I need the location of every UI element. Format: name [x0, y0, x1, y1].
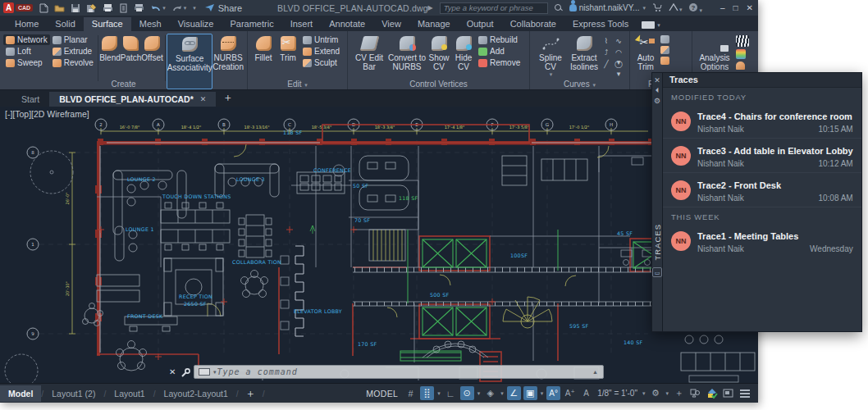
- panel-edit-label[interactable]: Edit ▾: [248, 80, 347, 89]
- open-folder-icon[interactable]: [54, 3, 65, 12]
- viewport-controls[interactable]: [-][Top][2D Wireframe]: [5, 109, 89, 119]
- project-geometry-icon[interactable]: [658, 34, 674, 44]
- revolve-button[interactable]: Revolve: [50, 57, 96, 68]
- palette-rail-label[interactable]: TRACES: [653, 224, 662, 261]
- clean-screen-button[interactable]: [721, 386, 735, 400]
- trace-list-item[interactable]: NN Trace1 - Meeting Tables Nishant NaikW…: [663, 224, 861, 257]
- annotation-scale-value[interactable]: 1/8" = 1'-0": [597, 389, 637, 398]
- annotation-visibility-toggle[interactable]: A°: [546, 386, 560, 400]
- spline-freehand-icon[interactable]: ∿: [613, 36, 624, 47]
- rebuild-cv-button[interactable]: Rebuild: [476, 34, 522, 45]
- new-layout-button[interactable]: ＋: [239, 386, 263, 401]
- tab-express-tools[interactable]: Express Tools: [564, 17, 637, 31]
- qat-overflow-icon[interactable]: ▾: [192, 5, 196, 11]
- graphics-performance-button[interactable]: [705, 386, 719, 400]
- blend-curve-icon[interactable]: ⤴: [601, 48, 612, 58]
- layout-tab-model[interactable]: Model: [0, 385, 41, 402]
- panel-curves-label[interactable]: Curves ▾: [530, 80, 629, 89]
- network-button[interactable]: Network: [3, 34, 50, 45]
- minimize-button[interactable]: –: [720, 3, 725, 12]
- remove-cv-button[interactable]: Remove: [476, 57, 522, 68]
- command-line-close-icon[interactable]: ✕: [169, 367, 176, 376]
- redo-button[interactable]: ▾: [171, 4, 187, 12]
- tab-view[interactable]: View: [373, 17, 409, 31]
- save-as-icon[interactable]: [86, 3, 97, 13]
- autodesk-app-icon[interactable]: ▾: [669, 3, 683, 13]
- snap-mode-toggle[interactable]: ⣿: [420, 386, 434, 400]
- new-file-icon[interactable]: [39, 3, 48, 13]
- command-history-grip[interactable]: ▲: [592, 369, 598, 375]
- extrude-button[interactable]: Extrude: [50, 46, 96, 57]
- workspace-switching-gear[interactable]: ⚙: [648, 386, 662, 400]
- curvature-analysis-icon[interactable]: [733, 48, 752, 60]
- circle-tool-icon[interactable]: ◯ ▾: [613, 59, 624, 70]
- draft-analysis-icon[interactable]: [733, 61, 752, 71]
- tab-visualize[interactable]: Visualize: [170, 17, 222, 31]
- polar-tracking-toggle[interactable]: ⊙: [460, 386, 474, 400]
- panel-create-label[interactable]: Create: [0, 80, 247, 89]
- layout-tab-layout1[interactable]: Layout1: [106, 385, 153, 402]
- palette-properties-icon[interactable]: ⚙: [654, 97, 660, 105]
- add-cv-button[interactable]: Add: [476, 46, 522, 57]
- tab-insert[interactable]: Insert: [282, 17, 322, 31]
- tab-collaborate[interactable]: Collaborate: [502, 17, 564, 31]
- tab-solid[interactable]: Solid: [47, 17, 83, 31]
- palette-collapse-icon[interactable]: ⏴: [656, 85, 660, 95]
- untrim-button[interactable]: Untrim: [300, 34, 343, 45]
- grid-display-toggle[interactable]: #: [404, 386, 418, 400]
- command-line[interactable]: ▾ Type a command ▲: [194, 365, 604, 379]
- object-snap-toggle[interactable]: ▣: [523, 386, 537, 400]
- trace-list-item[interactable]: NN Trace3 - Add table in Elevator Lobby …: [663, 139, 861, 173]
- help-icon[interactable]: ?▾: [688, 2, 702, 14]
- tab-mesh[interactable]: Mesh: [131, 17, 170, 31]
- transfer-icon[interactable]: [119, 3, 128, 13]
- model-space-indicator[interactable]: MODEL: [366, 389, 398, 399]
- drawing-canvas[interactable]: [-][Top][2D Wireframe] 16'-0 7/8" 18'-4 …: [0, 107, 758, 383]
- app-store-icon[interactable]: [652, 3, 662, 13]
- palette-autohide-icon[interactable]: ▭: [652, 267, 662, 277]
- maximize-button[interactable]: □: [733, 3, 738, 12]
- project-view-icon[interactable]: [658, 45, 674, 55]
- tab-parametric[interactable]: Parametric: [222, 17, 281, 31]
- project-2points-icon[interactable]: [658, 56, 674, 66]
- layout-tab-layout2[interactable]: Layout2-Layout1: [156, 385, 236, 402]
- search-expand-icon[interactable]: ▶: [428, 4, 433, 11]
- isometric-drafting-toggle[interactable]: ◈: [483, 386, 497, 400]
- file-tab-document[interactable]: BLVD OFFICE_PLAN-AUTOCAD* ✕: [49, 92, 216, 107]
- command-input-icon[interactable]: [199, 368, 210, 376]
- close-button[interactable]: ✕: [747, 3, 753, 12]
- trace-list-item[interactable]: NN Trace2 - Front Desk Nishant Naik10:08…: [663, 173, 861, 207]
- sweep-button[interactable]: Sweep: [3, 57, 50, 68]
- print-icon[interactable]: [134, 3, 144, 12]
- trace-list-item[interactable]: NN Trace4 - Chairs for conference room N…: [663, 104, 861, 139]
- ortho-mode-toggle[interactable]: ∟: [444, 386, 458, 400]
- extend-button[interactable]: Extend: [300, 46, 343, 57]
- command-line-customize-icon[interactable]: [180, 367, 190, 381]
- zebra-analysis-icon[interactable]: [733, 34, 752, 48]
- tab-annotate[interactable]: Annotate: [321, 17, 373, 31]
- layout-tab-layout1-2[interactable]: Layout1 (2): [43, 385, 103, 402]
- share-button[interactable]: Share: [204, 3, 242, 13]
- app-menu-button[interactable]: A CAD: [3, 2, 33, 13]
- line-tool-icon[interactable]: ╱: [601, 59, 612, 70]
- search-input[interactable]: [440, 2, 548, 14]
- featured-apps-button[interactable]: ▾: [642, 21, 660, 31]
- status-menu-icon[interactable]: [738, 386, 752, 400]
- customization-button[interactable]: ＋: [672, 386, 686, 400]
- loft-button[interactable]: Loft: [3, 46, 50, 57]
- signed-in-user[interactable]: nishant.naikVY... ▾: [569, 3, 646, 12]
- tab-output[interactable]: Output: [459, 17, 502, 31]
- object-snap-tracking-toggle[interactable]: ∠: [507, 386, 521, 400]
- file-tab-start[interactable]: Start: [11, 92, 49, 107]
- tab-home[interactable]: Home: [7, 17, 47, 31]
- annotation-autoscale-toggle[interactable]: A⁺: [563, 386, 577, 400]
- isolate-objects-button[interactable]: [688, 386, 702, 400]
- planar-button[interactable]: Planar: [50, 34, 96, 45]
- sculpt-button[interactable]: Sculpt: [300, 57, 343, 68]
- tab-manage[interactable]: Manage: [409, 17, 459, 31]
- arc-tool-icon[interactable]: ◠ ▾: [613, 48, 624, 58]
- search-icon[interactable]: [555, 4, 563, 12]
- plot-icon[interactable]: [103, 3, 113, 12]
- new-drawing-tab-button[interactable]: ＋: [222, 90, 233, 107]
- panel-cv-label[interactable]: Control Vertices: [348, 80, 529, 89]
